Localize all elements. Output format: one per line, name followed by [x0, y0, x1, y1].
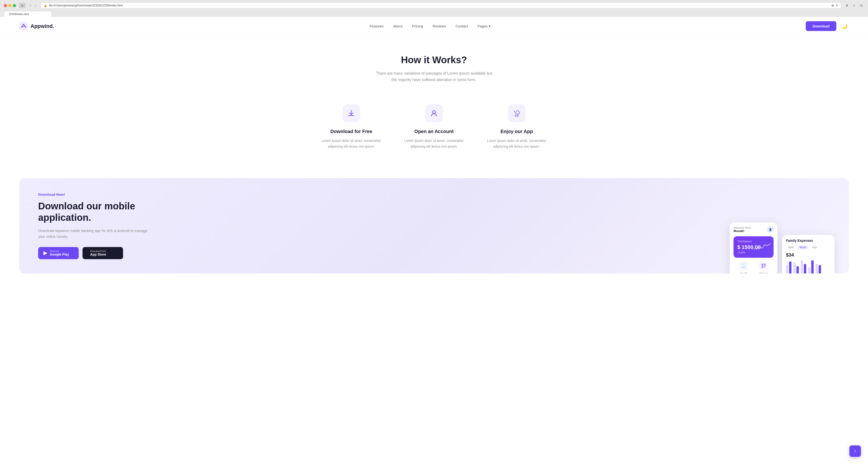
step-title-enjoy: Enjoy our App: [485, 129, 549, 134]
bar-group-4: [808, 260, 814, 274]
phone-action-qrscan: QR Scan: [759, 261, 768, 274]
google-play-text: Get it on Google Play: [50, 250, 69, 256]
step-desc-account: Lorem ipsum dolor sit amet, consectetur …: [402, 138, 466, 150]
download-title: Download our mobile application.: [38, 200, 153, 223]
step-icon-wrapper-enjoy: [508, 104, 526, 122]
navbar: Appwind. Features About Pricing Reviews …: [0, 17, 868, 35]
bar-3b: [804, 264, 806, 274]
address-bar-icons: ⊞ ↻: [832, 4, 838, 7]
nav-links: Features About Pricing Reviews Contact P…: [370, 24, 491, 28]
browser-top-bar: ⊟ ‹ › 🔒 file:///Users/janewang/Downloads…: [4, 2, 864, 8]
url-text: file:///Users/janewang/Downloads/22329/2…: [49, 4, 123, 7]
balance-chart: [756, 242, 771, 252]
step-title-download: Download for Free: [319, 129, 383, 134]
phone-header: Welcome Back Musab! 👤: [734, 226, 774, 233]
nav-pricing[interactable]: Pricing: [412, 24, 423, 28]
browser-tabs: 22329/index.html: [4, 11, 864, 17]
nav-pages[interactable]: Pages ▾: [477, 24, 491, 28]
phone-welcome-text: Welcome Back: [734, 226, 751, 229]
step-card-account: Open an Account Lorem ipsum dolor sit am…: [398, 100, 471, 154]
store-buttons: ▶ Get it on Google Play Download from Ap…: [38, 247, 153, 259]
bar-4b: [811, 260, 814, 274]
svg-rect-10: [764, 267, 765, 268]
new-tab-button[interactable]: +: [852, 3, 857, 8]
phone-main-card: Welcome Back Musab! 👤 Total Balance $ 15…: [730, 222, 777, 274]
phone-actions: 🧾 Pay Bill: [734, 261, 774, 274]
svg-point-1: [433, 111, 435, 114]
section-title: How it Works?: [19, 55, 849, 65]
logo-icon: [19, 22, 28, 31]
bar-5b: [819, 265, 821, 274]
sidebar-toggle[interactable]: ⊟: [19, 3, 26, 8]
phone-action-paybill: 🧾 Pay Bill: [739, 261, 748, 274]
open-account-icon: [430, 110, 438, 117]
bar-5a: [815, 264, 818, 274]
step-title-account: Open an Account: [402, 129, 466, 134]
google-play-main: Google Play: [50, 252, 69, 256]
download-desc: Download Appwind mobile banking app for …: [38, 228, 153, 239]
expense-tabs: Week Month Year: [786, 245, 831, 249]
step-icon-wrapper-download: [342, 104, 360, 122]
nav-about[interactable]: About: [393, 24, 403, 28]
phone-welcome-area: Welcome Back Musab!: [734, 226, 751, 233]
back-button[interactable]: ‹: [28, 3, 32, 8]
nav-features[interactable]: Features: [370, 24, 384, 28]
bar-1b: [789, 261, 792, 274]
download-label: Download Now!: [38, 192, 153, 196]
pay-bill-icon: 🧾: [739, 261, 748, 271]
step-desc-enjoy: Lorem ipsum dolor sit amet, consectetur …: [485, 138, 549, 150]
expense-tab-week: Week: [786, 245, 796, 249]
nav-contact[interactable]: Contact: [456, 24, 468, 28]
section-subtitle: There are many variations of passages of…: [374, 70, 494, 83]
svg-rect-5: [762, 265, 763, 265]
svg-rect-7: [762, 267, 763, 267]
balance-card: Total Balance $ 1500,00 +3.60%: [734, 236, 774, 258]
forward-button[interactable]: ›: [33, 3, 37, 8]
qr-scan-label: QR Scan: [759, 272, 768, 274]
svg-rect-9: [765, 266, 765, 267]
svg-rect-11: [765, 267, 765, 268]
google-play-sub: Get it on: [50, 250, 69, 252]
share-button[interactable]: ⬆: [844, 3, 850, 8]
close-button[interactable]: [4, 4, 7, 7]
expense-tab-month: Month: [798, 245, 808, 249]
bar-group-5: [815, 264, 821, 274]
active-tab[interactable]: 22329/index.html: [4, 11, 52, 17]
download-button[interactable]: Download: [806, 21, 836, 31]
logo[interactable]: Appwind.: [19, 22, 54, 31]
sidebar-button[interactable]: ⊡: [859, 3, 864, 8]
qr-icon-svg: [762, 264, 766, 268]
nav-reviews[interactable]: Reviews: [433, 24, 446, 28]
app-store-button[interactable]: Download from App Store: [83, 247, 123, 259]
phone-user-text: Musab!: [734, 229, 751, 233]
google-play-button[interactable]: ▶ Get it on Google Play: [38, 247, 79, 259]
maximize-button[interactable]: [13, 4, 16, 7]
nav-right: Download 🌙: [806, 21, 849, 31]
steps-grid: Download for Free Lorem ipsum dolor sit …: [315, 100, 553, 154]
step-desc-download: Lorem ipsum dolor sit amet, consectetur …: [319, 138, 383, 150]
bar-2a: [793, 263, 796, 274]
browser-action-btns: ⬆ + ⊡: [844, 3, 864, 8]
logo-text: Appwind.: [31, 23, 54, 29]
phone-avatar: 👤: [767, 226, 774, 233]
address-bar[interactable]: 🔒 file:///Users/janewang/Downloads/22329…: [40, 2, 841, 8]
phone-mockups: Welcome Back Musab! 👤 Total Balance $ 15…: [730, 222, 835, 274]
step-card-enjoy: Enjoy our App Lorem ipsum dolor sit amet…: [480, 100, 553, 154]
lock-icon: 🔒: [44, 4, 47, 7]
minimize-button[interactable]: [8, 4, 11, 7]
step-icon-wrapper-account: [425, 104, 443, 122]
reader-icon[interactable]: ⊞: [832, 4, 834, 7]
svg-rect-8: [764, 266, 765, 267]
chart-value: $34: [786, 252, 831, 258]
step-card-download: Download for Free Lorem ipsum dolor sit …: [315, 100, 388, 154]
bar-1a: [786, 265, 788, 274]
pay-bill-label: Pay Bill: [740, 272, 747, 274]
expense-chart: [786, 260, 831, 274]
chevron-down-icon: ▾: [489, 24, 491, 28]
dark-mode-button[interactable]: 🌙: [840, 22, 849, 31]
google-play-icon: ▶: [43, 250, 48, 256]
qr-scan-icon: [759, 261, 768, 271]
how-it-works-section: How it Works? There are many variations …: [0, 35, 868, 168]
refresh-icon[interactable]: ↻: [836, 4, 838, 7]
bar-4a: [808, 268, 810, 274]
